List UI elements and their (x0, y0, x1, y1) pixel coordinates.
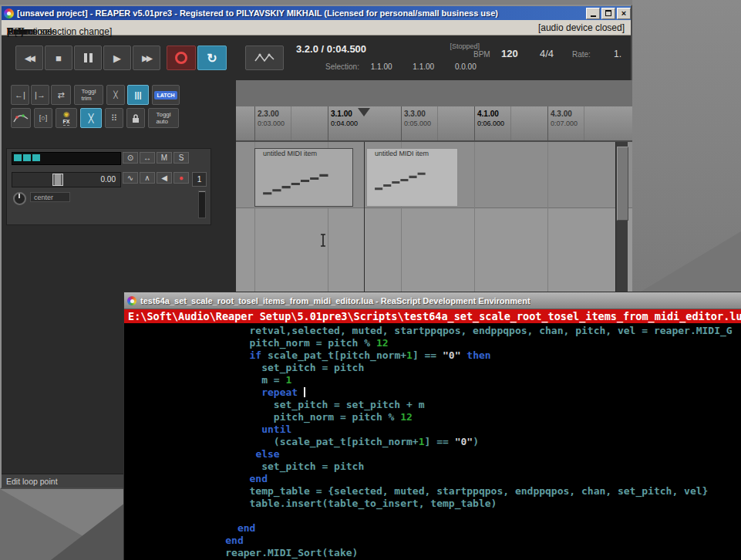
rate-label: Rate: (572, 50, 591, 59)
track-number[interactable]: 1 (192, 172, 207, 187)
ruler-mark[interactable]: 3.3.00 0:05.000 (401, 106, 431, 140)
minimize-button[interactable] (586, 8, 600, 19)
track-mini-slider[interactable] (198, 191, 206, 218)
mute-button[interactable]: M (157, 152, 172, 164)
automation-button[interactable]: ∧ (140, 172, 155, 184)
code-area[interactable]: retval,selected, muted, startppqpos, end… (124, 323, 741, 560)
power-icon: ⊙ (127, 153, 133, 162)
ruler-tick (510, 106, 511, 140)
code-line: temp_table = {selected, muted, startppqp… (129, 485, 741, 498)
swap-icon: ⇄ (57, 90, 64, 100)
edit-cursor-marker[interactable] (358, 108, 370, 116)
swap-button[interactable]: ⇄ (51, 85, 71, 105)
repeat-icon: ↻ (207, 51, 217, 66)
envelope-button[interactable]: ∿ (123, 172, 138, 184)
play-position[interactable]: 3.2.0 / 0:04.500 (296, 43, 366, 55)
dots-grid-icon: ⠿ (111, 113, 117, 123)
transport-display[interactable]: 3.2.0 / 0:04.500 [Stopped] Selection: 1.… (288, 39, 481, 78)
phase-button[interactable]: ◀ (157, 172, 172, 184)
minimize-icon (591, 15, 596, 17)
ide-filepath-bar: E:\Soft\Audio\Reaper Setup\5.01pre3\Scri… (124, 309, 741, 323)
midi-item[interactable]: untitled MIDI item (254, 148, 353, 207)
track-control-panel[interactable]: ⊙ ↔ M S 0.00 ∿ ∧ ◀ ● 1 center (6, 148, 211, 225)
ruler-beat: 4.3.00 (551, 110, 578, 118)
latch-badge: LATCH (154, 91, 177, 100)
nudge-left-button[interactable]: ←| (11, 85, 29, 105)
fast-forward-button[interactable]: ▶▶ (133, 46, 160, 70)
close-button[interactable]: × (617, 8, 631, 19)
midi-notes-preview (369, 159, 456, 204)
envelope-visibility-fx-button[interactable]: ◉ FX (56, 108, 77, 128)
monitor-button[interactable]: ⊙ (123, 152, 138, 164)
bpm-value[interactable]: 120 (501, 48, 518, 59)
crossfade-button[interactable]: ╳ (80, 108, 102, 128)
eye-icon: ◉ (63, 111, 69, 118)
solo-button[interactable]: S (173, 152, 189, 164)
record-item-button[interactable]: [○] (34, 108, 52, 128)
record-arm-icon: ● (179, 174, 184, 182)
screen: [unsaved project] - REAPER v5.01pre3 - R… (0, 0, 741, 560)
code-line: else (129, 448, 741, 460)
restore-icon (605, 10, 611, 16)
lock-button[interactable] (126, 108, 145, 128)
reaper-logo-icon (4, 8, 14, 19)
code-line: if scale_pat_t[pitch_norm+1] == "0" then (129, 349, 741, 362)
nudge-left-icon: ←| (15, 90, 25, 100)
repeat-button[interactable]: ↻ (197, 46, 227, 70)
envelope-mode-button[interactable] (245, 46, 284, 70)
envelope-shape-button[interactable] (11, 108, 31, 128)
code-line: table.insert(table_to_insert, temp_table… (129, 498, 741, 510)
grid-dots-button[interactable]: ⠿ (105, 108, 123, 128)
record-arm-button[interactable]: ● (173, 172, 189, 184)
selection-end[interactable]: 1.1.00 (413, 62, 434, 71)
midi-item-label: untitled MIDI item (372, 149, 452, 160)
ide-titlebar[interactable]: test64a_set_scale_root_tosel_items_from_… (124, 292, 741, 309)
code-line: pitch_norm = pitch % 12 (129, 411, 741, 423)
x-grid-icon: ╳ (89, 113, 94, 123)
ruler-mark[interactable]: 3.1.00 0:04.000 (328, 106, 358, 140)
toggle-trim-button[interactable]: Toggltrim (74, 85, 103, 105)
ruler-beat: 3.3.00 (404, 110, 431, 118)
nudge-right-button[interactable]: |→ (31, 85, 49, 105)
midi-item-label: untitled MIDI item (261, 149, 347, 160)
selection-length[interactable]: 0.0.00 (455, 62, 477, 71)
nudge-right-icon: |→ (35, 90, 45, 100)
toggle-auto-button[interactable]: Togglauto (148, 108, 179, 128)
grouping-button[interactable]: ||| (127, 85, 149, 105)
code-line: pitch_norm = pitch % 12 (129, 337, 741, 349)
fx-label: FX (63, 118, 70, 126)
code-line: end (129, 522, 741, 535)
code-line: repeat (129, 386, 741, 399)
restore-button[interactable] (601, 8, 615, 19)
ruler-mark[interactable]: 4.1.00 0:06.000 (474, 106, 504, 140)
pan-knob[interactable] (13, 192, 26, 205)
fader-grip[interactable] (52, 174, 63, 186)
scrollbar-thumb[interactable] (617, 147, 628, 221)
timeline-ruler[interactable]: 2.3.00 0:03.000 3.1.00 0:04.000 3.3.00 0… (236, 106, 632, 142)
ide-window-title: test64a_set_scale_root_tosel_items_from_… (140, 296, 530, 305)
code-line: m = 1 (129, 374, 741, 386)
midi-item[interactable]: untitled MIDI item (366, 148, 458, 207)
menu-time-selection-change[interactable]: [Time selection change] (9, 26, 117, 85)
record-button[interactable] (167, 46, 196, 70)
meter-segment (23, 154, 31, 161)
track-meter (12, 152, 121, 165)
time-signature[interactable]: 4/4 (540, 48, 554, 59)
cross-arrows-button[interactable]: ╳ (106, 85, 125, 105)
code-line: reaper.MIDI_Sort(take) (129, 547, 741, 559)
ruler-time: 0:04.000 (331, 120, 358, 127)
ruler-time: 0:06.000 (477, 120, 504, 127)
pan-value[interactable]: center (30, 192, 70, 202)
meter-segment (14, 154, 22, 161)
ruler-time: 0:07.000 (551, 120, 578, 127)
routing-button[interactable]: ↔ (140, 152, 155, 164)
phase-icon: ◀ (161, 174, 167, 182)
volume-fader[interactable]: 0.00 (12, 172, 121, 187)
rate-value[interactable]: 1. (614, 49, 621, 59)
ruler-mark[interactable]: 4.3.00 0:07.000 (547, 106, 578, 140)
ruler-mark[interactable]: 2.3.00 0:03.000 (254, 106, 285, 140)
reaper-titlebar[interactable]: [unsaved project] - REAPER v5.01pre3 - R… (2, 6, 631, 20)
latch-mode-button[interactable]: LATCH (152, 85, 180, 105)
selection-start[interactable]: 1.1.00 (371, 62, 392, 71)
status-text: Edit loop point (6, 477, 58, 486)
